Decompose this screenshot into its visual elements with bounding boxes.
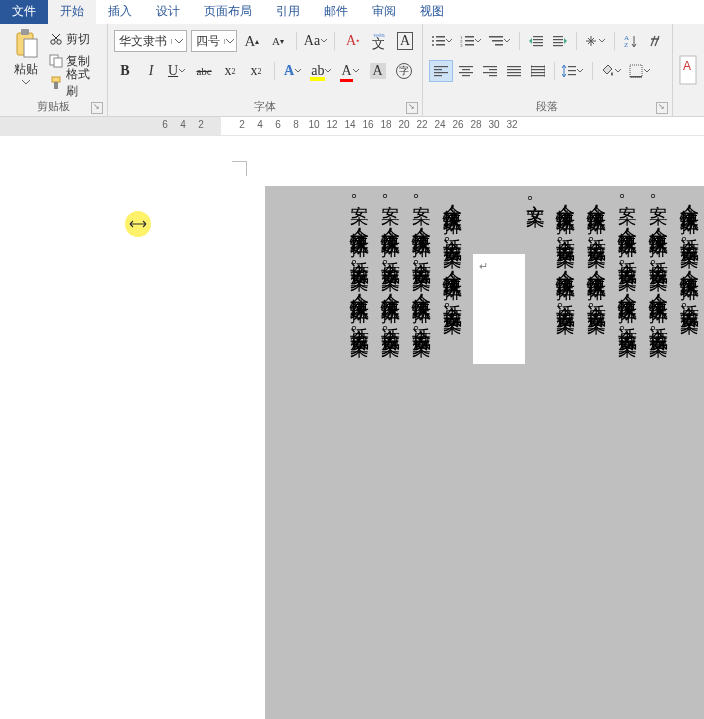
paste-button[interactable]: 粘贴 — [6, 27, 45, 93]
clipboard-launcher[interactable]: ↘ — [91, 102, 103, 114]
line-spacing-icon — [562, 64, 576, 78]
text-column: 案。全文快速纵排，适合古风文案。全文快速纵排，适合古风文案。 — [411, 190, 432, 719]
borders-button[interactable] — [627, 61, 654, 81]
cut-button[interactable]: 剪切 — [49, 29, 101, 49]
svg-rect-43 — [489, 69, 497, 70]
margin-indicator[interactable] — [125, 211, 151, 237]
tab-view[interactable]: 视图 — [408, 0, 456, 24]
align-center-button[interactable] — [455, 61, 477, 81]
numbering-icon: 123 — [460, 35, 474, 47]
decrease-indent-button[interactable] — [525, 31, 547, 51]
bullets-button[interactable] — [429, 31, 456, 51]
tab-insert[interactable]: 插入 — [96, 0, 144, 24]
strike-button[interactable]: abc — [193, 61, 215, 81]
align-left-button[interactable] — [429, 60, 453, 82]
show-marks-button[interactable] — [644, 31, 666, 51]
numbering-button[interactable]: 123 — [458, 31, 485, 51]
font-launcher[interactable]: ↘ — [406, 102, 418, 114]
svg-rect-18 — [465, 40, 474, 42]
asian-layout-button[interactable] — [582, 31, 609, 51]
italic-button[interactable]: I — [140, 61, 162, 81]
align-right-button[interactable] — [479, 61, 501, 81]
tab-mail[interactable]: 邮件 — [312, 0, 360, 24]
align-distributed-button[interactable] — [527, 61, 549, 81]
text-effects-button[interactable]: A — [282, 61, 305, 81]
grow-font-button[interactable]: A▴ — [241, 31, 263, 51]
svg-rect-23 — [495, 44, 503, 46]
align-left-icon — [434, 65, 448, 77]
svg-rect-38 — [459, 66, 473, 67]
styles-icon[interactable]: A — [678, 50, 698, 90]
tab-references[interactable]: 引用 — [264, 0, 312, 24]
subscript-button[interactable]: x2 — [219, 61, 241, 81]
multilevel-button[interactable] — [487, 31, 514, 51]
svg-rect-29 — [553, 39, 563, 40]
group-paragraph: 123 AZ — [423, 24, 673, 116]
svg-rect-44 — [483, 72, 497, 73]
group-paragraph-label: 段落 — [536, 100, 558, 112]
tab-review[interactable]: 审阅 — [360, 0, 408, 24]
change-case-button[interactable]: Aa — [304, 31, 327, 51]
page-corner-mark — [232, 161, 247, 176]
enclosed-char-button[interactable]: 字 — [393, 61, 415, 81]
tab-layout[interactable]: 页面布局 — [192, 0, 264, 24]
svg-rect-48 — [507, 72, 521, 73]
page-area[interactable]: 全文快速纵排，适合古风文案。全文快速纵排，适合古风文案。案。全文快速纵排，适合古… — [155, 136, 704, 719]
svg-rect-42 — [483, 66, 497, 67]
tab-file[interactable]: 文件 — [0, 0, 48, 24]
font-size-combo[interactable]: 四号 — [191, 30, 237, 52]
svg-point-13 — [432, 44, 434, 46]
text-column: 案。全文快速纵排，适合古风文案。全文快速纵排，适合古风文案。 — [349, 190, 370, 719]
phonetic-guide-button[interactable]: wén文 — [368, 31, 390, 51]
svg-rect-26 — [533, 42, 543, 43]
horizontal-ruler[interactable]: 642 2468101214161820222426283032 — [0, 117, 704, 136]
svg-point-9 — [432, 36, 434, 38]
sort-icon: AZ — [624, 34, 638, 48]
svg-rect-28 — [553, 36, 563, 37]
svg-rect-55 — [568, 70, 576, 71]
text-column: 全文快速纵排，适合古风文案。全文快速纵排，适合古风文案。 — [442, 190, 463, 719]
svg-rect-49 — [507, 75, 521, 76]
svg-rect-20 — [465, 44, 474, 46]
underline-button[interactable]: U — [166, 61, 189, 81]
highlight-button[interactable]: ab — [309, 61, 335, 81]
clear-format-button[interactable]: A⭑ — [342, 31, 364, 51]
align-justify-button[interactable] — [503, 61, 525, 81]
svg-text:3: 3 — [460, 43, 463, 47]
svg-rect-37 — [434, 75, 442, 76]
sort-button[interactable]: AZ — [620, 31, 642, 51]
bold-button[interactable]: B — [114, 61, 136, 81]
svg-rect-57 — [630, 65, 642, 77]
font-color-button[interactable]: A — [339, 61, 362, 81]
increase-indent-button[interactable] — [549, 31, 571, 51]
shading-button[interactable] — [598, 61, 625, 81]
char-border-button[interactable]: A — [394, 31, 416, 51]
font-name-combo[interactable]: 华文隶书 — [114, 30, 187, 52]
shrink-font-button[interactable]: A▾ — [267, 31, 289, 51]
align-justify-icon — [507, 65, 521, 77]
svg-point-3 — [51, 40, 55, 44]
paste-label: 粘贴 — [14, 61, 38, 78]
svg-rect-58 — [630, 76, 642, 78]
align-distributed-icon — [531, 65, 545, 77]
text-column: 全文快速纵排，适合古风文案。全文快速纵排，适合古风文案。 — [586, 190, 607, 719]
svg-rect-39 — [462, 69, 470, 70]
svg-text:Z: Z — [624, 41, 628, 48]
document-selection[interactable]: 全文快速纵排，适合古风文案。全文快速纵排，适合古风文案。案。全文快速纵排，适合古… — [265, 186, 704, 719]
svg-rect-40 — [459, 72, 473, 73]
superscript-button[interactable]: x2 — [245, 61, 267, 81]
format-painter-button[interactable]: 格式刷 — [49, 73, 101, 93]
svg-rect-16 — [465, 36, 474, 38]
svg-rect-12 — [436, 40, 445, 42]
tab-home[interactable]: 开始 — [48, 0, 96, 24]
format-painter-label: 格式刷 — [66, 66, 101, 100]
text-cursor-area[interactable]: ↵ — [473, 254, 525, 364]
char-shading-button[interactable]: A — [367, 61, 389, 81]
text-column: 案。全文快速纵排，适合古风文案。全文快速纵排，适合古风文案。 — [648, 190, 669, 719]
svg-rect-50 — [531, 66, 545, 67]
tab-design[interactable]: 设计 — [144, 0, 192, 24]
line-spacing-button[interactable] — [560, 61, 587, 81]
bucket-icon — [600, 64, 614, 78]
workspace: 全文快速纵排，适合古风文案。全文快速纵排，适合古风文案。案。全文快速纵排，适合古… — [0, 136, 704, 719]
paragraph-launcher[interactable]: ↘ — [656, 102, 668, 114]
